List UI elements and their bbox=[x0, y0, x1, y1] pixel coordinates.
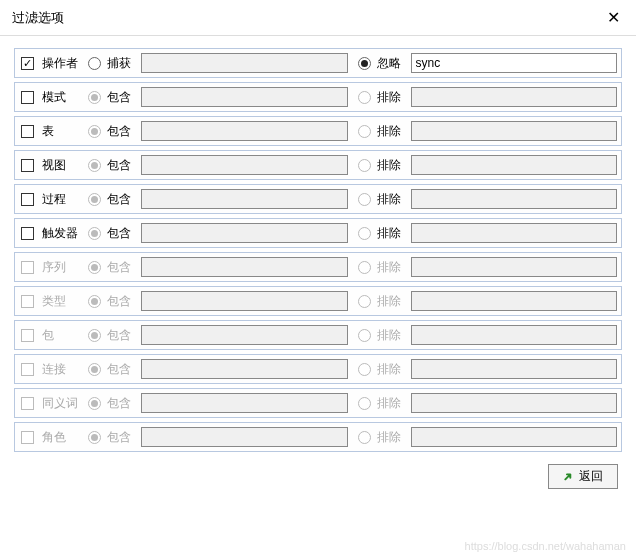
filter-row-synonym: 同义词包含排除 bbox=[14, 388, 622, 418]
option1-radio bbox=[88, 159, 101, 172]
row-label: 触发器 bbox=[42, 225, 82, 242]
option2-radio bbox=[358, 431, 371, 444]
footer: ➜ 返回 bbox=[0, 460, 636, 499]
row-label: 包 bbox=[42, 327, 82, 344]
option2-input bbox=[411, 87, 618, 107]
option2-input bbox=[411, 189, 618, 209]
option2-input bbox=[411, 325, 618, 345]
option2-label: 排除 bbox=[377, 361, 405, 378]
option1-input bbox=[141, 359, 348, 379]
back-button-label: 返回 bbox=[579, 468, 603, 485]
option2-label: 排除 bbox=[377, 89, 405, 106]
option1-label: 包含 bbox=[107, 89, 135, 106]
titlebar: 过滤选项 ✕ bbox=[0, 0, 636, 36]
option1-label: 捕获 bbox=[107, 55, 135, 72]
option1-radio bbox=[88, 91, 101, 104]
enable-checkbox bbox=[21, 397, 34, 410]
option1-input bbox=[141, 53, 348, 73]
option1-label: 包含 bbox=[107, 361, 135, 378]
option1-label: 包含 bbox=[107, 225, 135, 242]
option1-input bbox=[141, 257, 348, 277]
close-icon[interactable]: ✕ bbox=[603, 8, 624, 27]
back-button[interactable]: ➜ 返回 bbox=[548, 464, 618, 489]
filter-row-role: 角色包含排除 bbox=[14, 422, 622, 452]
enable-checkbox[interactable] bbox=[21, 227, 34, 240]
option1-radio bbox=[88, 329, 101, 342]
option2-label: 排除 bbox=[377, 327, 405, 344]
enable-checkbox[interactable] bbox=[21, 193, 34, 206]
filter-row-table: 表包含排除 bbox=[14, 116, 622, 146]
row-label: 过程 bbox=[42, 191, 82, 208]
enable-checkbox[interactable] bbox=[21, 57, 34, 70]
row-label: 模式 bbox=[42, 89, 82, 106]
option1-label: 包含 bbox=[107, 259, 135, 276]
enable-checkbox bbox=[21, 431, 34, 444]
option1-label: 包含 bbox=[107, 293, 135, 310]
option2-label: 排除 bbox=[377, 123, 405, 140]
option1-radio bbox=[88, 295, 101, 308]
option1-label: 包含 bbox=[107, 429, 135, 446]
option2-label: 排除 bbox=[377, 429, 405, 446]
option1-label: 包含 bbox=[107, 191, 135, 208]
option1-input bbox=[141, 291, 348, 311]
option1-radio bbox=[88, 397, 101, 410]
row-label: 视图 bbox=[42, 157, 82, 174]
option1-radio bbox=[88, 193, 101, 206]
option2-input bbox=[411, 393, 618, 413]
filter-row-operator: 操作者捕获忽略 bbox=[14, 48, 622, 78]
filter-row-schema: 模式包含排除 bbox=[14, 82, 622, 112]
option1-radio bbox=[88, 227, 101, 240]
filter-row-proc: 过程包含排除 bbox=[14, 184, 622, 214]
option2-label: 排除 bbox=[377, 225, 405, 242]
option1-label: 包含 bbox=[107, 327, 135, 344]
option2-radio bbox=[358, 261, 371, 274]
option2-input bbox=[411, 359, 618, 379]
option2-input bbox=[411, 291, 618, 311]
option2-input bbox=[411, 427, 618, 447]
filter-row-sequence: 序列包含排除 bbox=[14, 252, 622, 282]
enable-checkbox[interactable] bbox=[21, 159, 34, 172]
option2-input bbox=[411, 257, 618, 277]
option1-input bbox=[141, 223, 348, 243]
option1-input bbox=[141, 155, 348, 175]
option2-label: 忽略 bbox=[377, 55, 405, 72]
option2-input[interactable] bbox=[411, 53, 618, 73]
enable-checkbox[interactable] bbox=[21, 91, 34, 104]
watermark: https://blog.csdn.net/wahahaman bbox=[465, 540, 626, 552]
option1-radio bbox=[88, 261, 101, 274]
option2-label: 排除 bbox=[377, 191, 405, 208]
option2-radio[interactable] bbox=[358, 57, 371, 70]
option1-radio[interactable] bbox=[88, 57, 101, 70]
enable-checkbox[interactable] bbox=[21, 125, 34, 138]
row-label: 操作者 bbox=[42, 55, 82, 72]
row-label: 类型 bbox=[42, 293, 82, 310]
option1-label: 包含 bbox=[107, 157, 135, 174]
option1-input bbox=[141, 87, 348, 107]
option1-label: 包含 bbox=[107, 123, 135, 140]
enable-checkbox bbox=[21, 329, 34, 342]
filter-row-view: 视图包含排除 bbox=[14, 150, 622, 180]
option2-radio bbox=[358, 193, 371, 206]
filter-rows: 操作者捕获忽略模式包含排除表包含排除视图包含排除过程包含排除触发器包含排除序列包… bbox=[0, 36, 636, 460]
option2-input bbox=[411, 121, 618, 141]
option2-radio bbox=[358, 329, 371, 342]
row-label: 同义词 bbox=[42, 395, 82, 412]
option1-radio bbox=[88, 363, 101, 376]
enable-checkbox bbox=[21, 261, 34, 274]
filter-row-trigger: 触发器包含排除 bbox=[14, 218, 622, 248]
enable-checkbox bbox=[21, 295, 34, 308]
option1-label: 包含 bbox=[107, 395, 135, 412]
row-label: 角色 bbox=[42, 429, 82, 446]
option2-input bbox=[411, 155, 618, 175]
option2-radio bbox=[358, 125, 371, 138]
filter-row-type: 类型包含排除 bbox=[14, 286, 622, 316]
option1-input bbox=[141, 325, 348, 345]
option2-label: 排除 bbox=[377, 293, 405, 310]
filter-row-link: 连接包含排除 bbox=[14, 354, 622, 384]
option1-input bbox=[141, 427, 348, 447]
row-label: 连接 bbox=[42, 361, 82, 378]
option1-radio bbox=[88, 431, 101, 444]
row-label: 序列 bbox=[42, 259, 82, 276]
enable-checkbox bbox=[21, 363, 34, 376]
option1-input bbox=[141, 393, 348, 413]
